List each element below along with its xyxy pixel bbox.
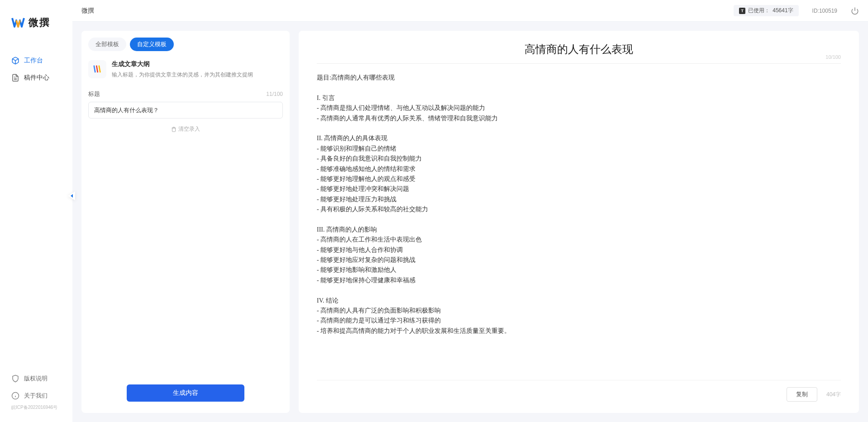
nav-label: 版权说明 [24,375,48,383]
bottom-nav: 版权说明 关于我们 皖ICP备2022016946号 [0,370,72,415]
nav-about[interactable]: 关于我们 [0,387,72,404]
template-desc: 输入标题，为你提供文章主体的灵感，并为其创建推文提纲 [112,71,253,79]
icp-number: 皖ICP备2022016946号 [0,404,72,411]
usage-badge[interactable]: T 已使用： 45641字 [734,5,798,16]
document-icon [11,74,19,82]
nav-workspace[interactable]: 工作台 [0,52,72,69]
clear-input-button[interactable]: 清空录入 [88,125,283,133]
nav-drafts[interactable]: 稿件中心 [0,69,72,86]
output-panel: 高情商的人有什么表现 10/100 题目:高情商的人有哪些表现 I. 引言 - … [299,31,859,413]
collapse-sidebar-handle[interactable] [68,191,75,202]
field-header: 标题 11/100 [88,90,283,98]
clear-label: 清空录入 [178,125,200,133]
title-char-count: 11/100 [266,91,283,97]
usage-prefix: 已使用： [748,7,770,14]
header-right: T 已使用： 45641字 ID:100519 [734,5,859,16]
generate-wrap: 生成内容 [81,378,290,413]
copy-button[interactable]: 复制 [787,387,817,402]
output-title-count: 10/100 [825,54,841,60]
generate-button[interactable]: 生成内容 [127,384,244,402]
nav-label: 稿件中心 [24,74,49,82]
user-id: ID:100519 [812,8,837,14]
template-tabs: 全部模板 自定义模板 [81,31,290,51]
header: 微撰 T 已使用： 45641字 ID:100519 [72,0,868,22]
usage-value: 45641字 [773,7,793,14]
logo-text: 微撰 [29,16,50,29]
output-title: 高情商的人有什么表现 [317,42,841,57]
form-section: 标题 11/100 清空录入 [81,83,290,378]
main: 微撰 T 已使用： 45641字 ID:100519 全部模板 自定义模板 [72,0,868,422]
output-body[interactable]: 题目:高情商的人有哪些表现 I. 引言 - 高情商是指人们处理情绪、与他人互动以… [317,73,841,380]
template-icon [88,60,106,78]
tab-custom-templates[interactable]: 自定义模板 [130,38,174,51]
logo-icon [11,17,25,28]
template-meta: 生成文章大纲 输入标题，为你提供文章主体的灵感，并为其创建推文提纲 [112,60,253,79]
output-header: 高情商的人有什么表现 10/100 [317,42,841,64]
shield-icon [11,375,19,383]
sidebar: 微撰 工作台 稿件中心 版权说明 关于我们 皖ICP备2 [0,0,72,422]
header-title: 微撰 [81,7,94,15]
text-icon: T [739,8,745,14]
output-word-count: 404字 [826,391,841,398]
cube-icon [11,57,19,65]
main-nav: 工作台 稿件中心 [0,52,72,370]
title-label: 标题 [88,90,100,98]
info-icon [11,392,19,400]
power-icon[interactable] [851,7,859,15]
nav-copyright[interactable]: 版权说明 [0,370,72,387]
logo[interactable]: 微撰 [0,7,72,52]
template-name: 生成文章大纲 [112,60,253,68]
template-info: 生成文章大纲 输入标题，为你提供文章主体的灵感，并为其创建推文提纲 [81,51,290,83]
output-footer: 复制 404字 [317,380,841,402]
tab-all-templates[interactable]: 全部模板 [88,38,126,51]
input-panel: 全部模板 自定义模板 生成文章大纲 输入标题，为你提供文章主体的灵感，并为其创建… [81,31,290,413]
nav-label: 工作台 [24,57,43,65]
nav-label: 关于我们 [24,392,48,400]
content: 全部模板 自定义模板 生成文章大纲 输入标题，为你提供文章主体的灵感，并为其创建… [72,22,868,422]
title-input[interactable] [88,102,283,119]
